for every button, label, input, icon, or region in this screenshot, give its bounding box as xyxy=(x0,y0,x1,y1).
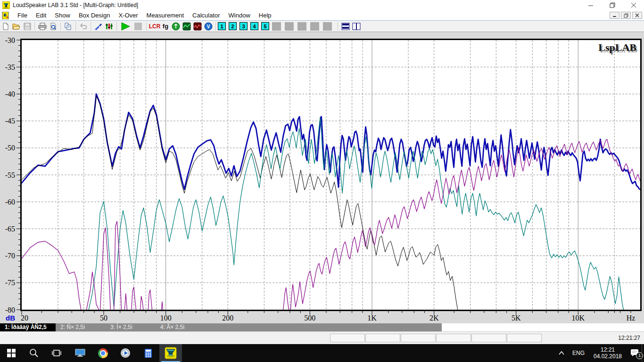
frequency-response-chart[interactable]: LspLABLspLAB-30-35-40-45-50-55-60-65-70-… xyxy=(0,32,644,323)
taskbar-chrome-button[interactable] xyxy=(91,344,114,362)
taskbar-search-button[interactable] xyxy=(23,344,45,362)
y-tick-label: -35 xyxy=(5,63,15,71)
menu-help[interactable]: Help xyxy=(255,12,276,19)
open-file-button[interactable] xyxy=(11,21,22,32)
taskbar-calculator-button[interactable] xyxy=(137,344,159,362)
cleanup-tool-button[interactable] xyxy=(93,21,104,32)
restore-button[interactable] xyxy=(602,0,623,10)
layout-vertical-icon xyxy=(352,23,361,30)
graph-slot-button-2[interactable]: 2 xyxy=(229,22,237,30)
save-icon xyxy=(24,23,31,30)
undo-button[interactable] xyxy=(78,21,89,32)
layout-vertical-button[interactable] xyxy=(351,21,362,32)
graph-tab-1[interactable]: 1: Ïðàâàÿ ÀÑ2,5 xyxy=(0,323,56,331)
x-tick-label: 1K xyxy=(367,314,377,322)
mdi-close-icon[interactable] xyxy=(632,12,642,19)
menu-x-over[interactable]: X-Over xyxy=(114,12,142,19)
print-preview-button[interactable] xyxy=(48,21,58,32)
print-button[interactable] xyxy=(37,21,48,32)
graph-tab-2[interactable]: 2: Ñ× 2,5ì xyxy=(56,323,106,331)
graph-slot-button-5[interactable]: 5 xyxy=(261,22,269,30)
open-folder-icon xyxy=(12,23,21,30)
voltmeter-button[interactable]: V xyxy=(203,21,214,32)
graph-slot-button-1[interactable]: 1 xyxy=(218,22,226,30)
lcr-meter-button[interactable]: LCR xyxy=(149,21,161,32)
start-button[interactable] xyxy=(0,344,23,362)
y-tick-label: -65 xyxy=(5,225,15,233)
tray-chevron-up-icon[interactable] xyxy=(558,351,565,355)
x-tick-label: 20 xyxy=(21,314,28,322)
x-axis-unit-label: Hz xyxy=(627,314,636,322)
menu-edit[interactable]: Edit xyxy=(32,12,50,19)
green-graph-icon xyxy=(182,22,191,31)
lsplab-icon xyxy=(165,347,177,359)
levels-equalizer-icon xyxy=(105,23,114,30)
graph-slot-button-3[interactable]: 3 xyxy=(239,22,248,30)
y-tick-label: -75 xyxy=(5,279,15,287)
x-tick-label: 50 xyxy=(100,314,107,322)
mdi-child-icon xyxy=(2,12,9,19)
levels-equalizer-button[interactable] xyxy=(104,21,115,32)
menu-file[interactable]: File xyxy=(13,12,32,19)
layout-horizontal-button[interactable] xyxy=(340,21,351,32)
x-tick-label: 200 xyxy=(222,314,233,322)
taskbar-mediaplayer-button[interactable] xyxy=(114,344,137,362)
stop-measurement-button[interactable] xyxy=(132,21,144,32)
chrome-icon xyxy=(98,348,108,358)
close-icon[interactable] xyxy=(623,0,644,10)
y-tick-label: -45 xyxy=(5,117,15,125)
graph-tab-3[interactable]: 3: Í× 2,5ì xyxy=(106,323,156,331)
empty-slot-button[interactable] xyxy=(310,22,319,31)
copy-button[interactable] xyxy=(63,21,74,32)
menu-calculator[interactable]: Calculator xyxy=(188,12,224,19)
status-panel xyxy=(365,334,400,342)
mdi-minimize-button[interactable] xyxy=(610,12,619,19)
status-panel xyxy=(330,334,365,342)
empty-slot-button[interactable] xyxy=(323,22,332,31)
show-desktop-button[interactable] xyxy=(642,344,644,362)
print-icon xyxy=(38,23,47,30)
menu-measurement[interactable]: Measurement xyxy=(142,12,188,19)
graph-tab-bar: 1: Ïðàâàÿ ÀÑ2,52: Ñ× 2,5ì3: Í× 2,5ì4: Â×… xyxy=(0,323,644,331)
menu-window[interactable]: Window xyxy=(224,12,255,19)
svg-text:V: V xyxy=(206,24,210,29)
y-tick-label: -30 xyxy=(5,36,15,44)
mdi-restore-button[interactable] xyxy=(621,12,631,19)
empty-slot-button[interactable] xyxy=(285,22,294,31)
tray-language-indicator[interactable]: ENG xyxy=(572,350,585,356)
task-view-button[interactable] xyxy=(45,344,68,362)
empty-slot-button[interactable] xyxy=(272,22,281,31)
generator-fg-button[interactable]: fg xyxy=(161,21,170,32)
menu-show[interactable]: Show xyxy=(50,12,74,19)
undo-icon xyxy=(80,23,87,30)
play-measurement-button[interactable] xyxy=(119,21,132,32)
red-graph-button[interactable] xyxy=(192,21,203,32)
y-tick-label: -80 xyxy=(5,306,15,314)
cleanup-brush-icon xyxy=(94,23,103,30)
watermark: LspLAB xyxy=(598,41,636,53)
menu-box-design[interactable]: Box Design xyxy=(74,12,114,19)
x-tick-label: 500 xyxy=(304,314,315,322)
driver-icon xyxy=(172,22,180,31)
graph-tab-4[interactable]: 4: Â× 2,5ì xyxy=(156,323,206,331)
empty-slot-button[interactable] xyxy=(297,22,306,31)
new-file-button[interactable] xyxy=(0,21,11,32)
taskbar-filemanager-button[interactable] xyxy=(69,344,91,362)
minimize-button[interactable] xyxy=(580,0,602,10)
copy-icon xyxy=(64,23,72,30)
action-center-button[interactable]: 1 xyxy=(625,344,644,362)
x-tick-label: 100 xyxy=(160,314,172,322)
tray-clock[interactable]: 12:21 04.02.2018 xyxy=(590,346,625,360)
driver-parameters-button[interactable] xyxy=(170,21,181,32)
green-graph-button[interactable] xyxy=(181,21,192,32)
save-button[interactable] xyxy=(22,21,33,32)
y-tick-label: -60 xyxy=(5,198,15,206)
status-clock: 12:21:27 xyxy=(618,335,640,341)
search-icon xyxy=(29,348,39,358)
window-title: LoudSpeaker LAB 3.1 Std - [Multi-Graph: … xyxy=(13,2,138,8)
task-view-icon xyxy=(51,349,62,357)
taskbar-lsplab-button[interactable] xyxy=(159,344,182,362)
graph-slot-button-4[interactable]: 4 xyxy=(250,22,258,30)
play-icon xyxy=(120,22,131,31)
tray-time: 12:21 xyxy=(601,346,615,353)
